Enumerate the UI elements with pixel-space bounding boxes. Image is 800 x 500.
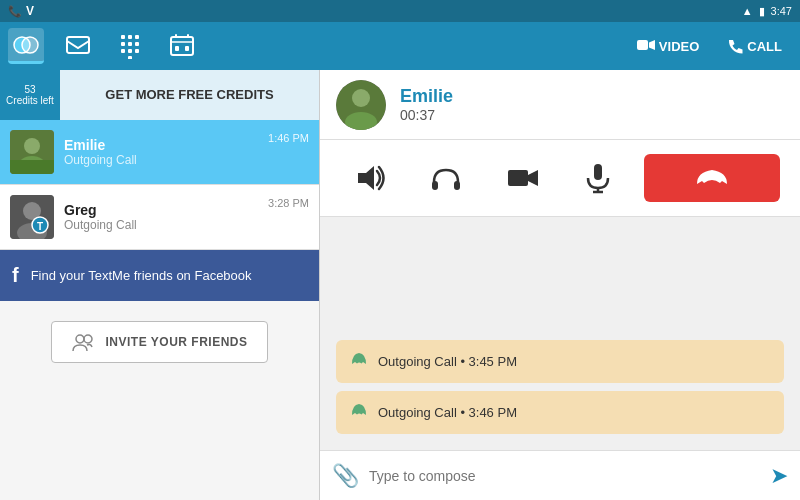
left-panel: 53 Credits left GET MORE FREE CREDITS bbox=[0, 70, 320, 500]
invite-area: INVITE YOUR FRIENDS bbox=[0, 301, 319, 383]
svg-rect-37 bbox=[508, 170, 528, 186]
svg-rect-3 bbox=[121, 35, 125, 39]
camera-button[interactable] bbox=[492, 154, 552, 202]
compose-bar: 📎 ➤ bbox=[320, 450, 800, 500]
call-timer: 00:37 bbox=[400, 107, 453, 123]
tab-textme[interactable] bbox=[8, 28, 44, 64]
call-header: Emilie 00:37 bbox=[320, 70, 800, 140]
credits-count: 53 Credits left bbox=[0, 70, 60, 120]
avatar-greg: T bbox=[10, 195, 54, 239]
contact-name-emilie: Emilie bbox=[64, 137, 268, 153]
svg-rect-35 bbox=[432, 181, 438, 190]
tab-messages[interactable] bbox=[60, 28, 96, 64]
svg-rect-10 bbox=[128, 49, 132, 53]
svg-rect-38 bbox=[594, 164, 602, 180]
get-credits-button[interactable]: GET MORE FREE CREDITS bbox=[60, 70, 319, 120]
contact-list: Emilie Outgoing Call 1:46 PM T bbox=[0, 120, 319, 500]
invite-friends-button[interactable]: INVITE YOUR FRIENDS bbox=[51, 321, 269, 363]
svg-rect-19 bbox=[637, 40, 648, 50]
call-info: Emilie 00:37 bbox=[400, 86, 453, 123]
svg-rect-6 bbox=[121, 42, 125, 46]
tab-dialpad[interactable] bbox=[112, 28, 148, 64]
microphone-button[interactable] bbox=[568, 154, 628, 202]
svg-rect-9 bbox=[121, 49, 125, 53]
viber-icon: V bbox=[26, 4, 34, 18]
status-time: 3:47 bbox=[771, 5, 792, 17]
call-log-icon-1 bbox=[350, 350, 368, 373]
credits-label: Credits left bbox=[6, 95, 54, 106]
svg-rect-23 bbox=[10, 160, 54, 174]
call-avatar bbox=[336, 80, 386, 130]
svg-rect-5 bbox=[135, 35, 139, 39]
battery-icon: ▮ bbox=[759, 5, 765, 18]
contact-status-emilie: Outgoing Call bbox=[64, 153, 268, 167]
credits-bar: 53 Credits left GET MORE FREE CREDITS bbox=[0, 70, 319, 120]
avatar-emilie bbox=[10, 130, 54, 174]
facebook-label: Find your TextMe friends on Facebook bbox=[31, 268, 252, 283]
status-bar: 📞 V ▲ ▮ 3:47 bbox=[0, 0, 800, 22]
svg-text:T: T bbox=[37, 221, 43, 232]
contact-info-emilie: Emilie Outgoing Call bbox=[64, 137, 268, 167]
call-log: Outgoing Call • 3:45 PM Outgoing Call • … bbox=[320, 217, 800, 450]
facebook-icon: f bbox=[12, 264, 19, 287]
svg-point-29 bbox=[76, 335, 84, 343]
call-log-icon-2 bbox=[350, 401, 368, 424]
contact-item-greg[interactable]: T Greg Outgoing Call 3:28 PM bbox=[0, 185, 319, 250]
invite-friends-label: INVITE YOUR FRIENDS bbox=[106, 335, 248, 349]
nav-actions: VIDEO CALL bbox=[627, 34, 792, 58]
attach-icon[interactable]: 📎 bbox=[332, 463, 359, 489]
svg-point-21 bbox=[24, 138, 40, 154]
call-log-label-1: Outgoing Call • 3:45 PM bbox=[378, 354, 517, 369]
svg-marker-34 bbox=[358, 166, 374, 190]
compose-input[interactable] bbox=[369, 468, 760, 484]
svg-rect-13 bbox=[171, 37, 193, 55]
call-log-item-1: Outgoing Call • 3:45 PM bbox=[336, 340, 784, 383]
status-bar-left: 📞 V bbox=[8, 4, 34, 18]
call-button[interactable]: CALL bbox=[717, 34, 792, 58]
main-layout: 53 Credits left GET MORE FREE CREDITS bbox=[0, 70, 800, 500]
contact-item-emilie[interactable]: Emilie Outgoing Call 1:46 PM bbox=[0, 120, 319, 185]
end-call-button[interactable] bbox=[644, 154, 780, 202]
status-bar-right: ▲ ▮ 3:47 bbox=[742, 5, 792, 18]
svg-rect-36 bbox=[454, 181, 460, 190]
contact-name-greg: Greg bbox=[64, 202, 268, 218]
call-log-label-2: Outgoing Call • 3:46 PM bbox=[378, 405, 517, 420]
right-panel: Emilie 00:37 bbox=[320, 70, 800, 500]
contact-time-greg: 3:28 PM bbox=[268, 195, 309, 209]
svg-rect-11 bbox=[135, 49, 139, 53]
svg-rect-8 bbox=[135, 42, 139, 46]
send-button[interactable]: ➤ bbox=[770, 463, 788, 489]
contact-time-emilie: 1:46 PM bbox=[268, 130, 309, 144]
facebook-row[interactable]: f Find your TextMe friends on Facebook bbox=[0, 250, 319, 301]
wifi-icon: ▲ bbox=[742, 5, 753, 17]
svg-point-32 bbox=[352, 89, 370, 107]
svg-point-30 bbox=[84, 335, 92, 343]
contact-info-greg: Greg Outgoing Call bbox=[64, 202, 268, 232]
svg-rect-2 bbox=[67, 37, 89, 53]
svg-rect-7 bbox=[128, 42, 132, 46]
svg-rect-12 bbox=[128, 56, 132, 59]
credits-number: 53 bbox=[24, 84, 35, 95]
svg-rect-18 bbox=[185, 46, 189, 51]
call-controls bbox=[320, 140, 800, 217]
phone-icon: 📞 bbox=[8, 5, 22, 18]
video-button[interactable]: VIDEO bbox=[627, 35, 709, 58]
svg-point-1 bbox=[22, 37, 38, 53]
tab-contacts[interactable] bbox=[164, 28, 200, 64]
call-log-item-2: Outgoing Call • 3:46 PM bbox=[336, 391, 784, 434]
headphones-button[interactable] bbox=[416, 154, 476, 202]
contact-status-greg: Outgoing Call bbox=[64, 218, 268, 232]
nav-bar: VIDEO CALL bbox=[0, 22, 800, 70]
call-contact-name: Emilie bbox=[400, 86, 453, 107]
speaker-button[interactable] bbox=[340, 154, 400, 202]
svg-rect-17 bbox=[175, 46, 179, 51]
svg-rect-4 bbox=[128, 35, 132, 39]
nav-tabs bbox=[8, 28, 200, 64]
